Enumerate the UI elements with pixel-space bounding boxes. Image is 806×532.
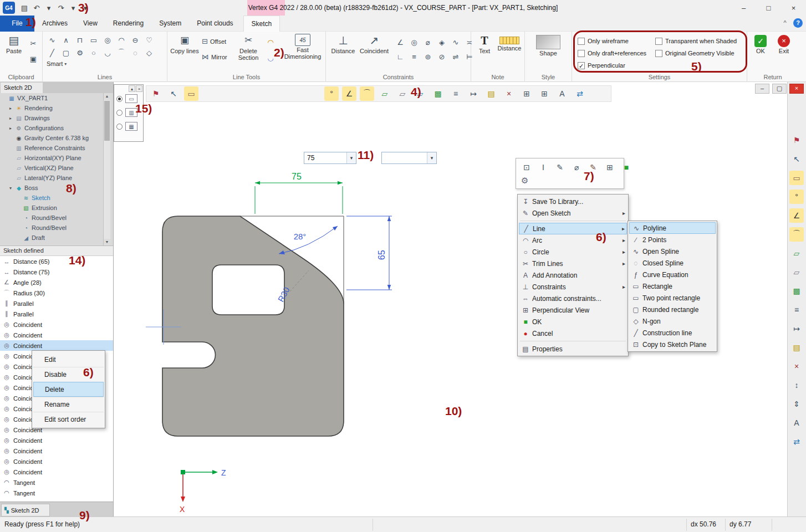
tangent-arc-icon[interactable]: ⌒ (115, 47, 128, 59)
ellipse-icon[interactable]: ⊖ (129, 34, 142, 46)
menu-item-closed-spline[interactable]: ◌Closed Spline (629, 257, 716, 269)
text-button[interactable]: T Text (475, 34, 494, 54)
menu-item-circle[interactable]: ○Circle▸ (519, 246, 627, 258)
tree-item-horizontal-xy-plane[interactable]: ▱Horizontal(XY) Plane (0, 153, 103, 163)
constraint-radius-30[interactable]: ⌒Radius (30) (0, 288, 113, 298)
menu-item-add-annotation[interactable]: AAdd Annotation (519, 269, 627, 281)
dimension-icon[interactable]: ↕ (789, 378, 804, 392)
delete-section-button[interactable]: ✂ Delete Section (235, 34, 262, 61)
setting-only-wireframe[interactable]: Only wireframe (578, 35, 646, 47)
scroll-down-button[interactable]: ▼ (104, 239, 110, 245)
constraint-distance-65[interactable]: ↔Distance (65) (0, 256, 113, 267)
menu-item-open-sketch[interactable]: ✎Open Sketch▸ (519, 207, 627, 219)
reposition-icon[interactable]: ↖ (789, 152, 804, 166)
note-distance-button[interactable]: Distance (496, 34, 523, 52)
angle-snap-icon[interactable]: ∠ (789, 208, 804, 223)
state-icon[interactable]: ■ (619, 160, 634, 175)
solid-view-icon[interactable]: ▩ (431, 86, 445, 101)
point-snap-icon[interactable]: ° (324, 86, 339, 101)
tree-item-gravity-center-6-738-kg[interactable]: ◉Gravity Center 6.738 kg (0, 133, 103, 143)
center-circle-icon[interactable]: ◎ (101, 34, 114, 46)
tab-system[interactable]: System (151, 16, 189, 32)
dimension-tolerance-combobox[interactable]: ▾ (381, 152, 437, 164)
library-icon[interactable]: ▤ (789, 340, 804, 355)
rectangle-icon[interactable]: ▭ (87, 34, 100, 46)
arc-tool-icon[interactable]: ◠ (264, 36, 277, 48)
minimize-button[interactable]: – (731, 0, 756, 16)
combobox-dropdown-icon[interactable]: ▾ (427, 152, 436, 163)
menu-item-disable[interactable]: Disable (33, 367, 104, 382)
panel-close-button[interactable]: × (136, 85, 142, 92)
smart-line-icon[interactable]: ∿ (45, 34, 59, 46)
menu-item-delete[interactable]: Delete (33, 382, 104, 397)
fast-dimensioning-button[interactable]: 45 Fast Dimensioning (282, 34, 324, 60)
tree-item-lateral-yz-plane[interactable]: ▱Lateral(YZ) Plane (0, 173, 103, 183)
tree-item-rendering[interactable]: ▸☀Rendering (0, 103, 103, 113)
pin-icon[interactable]: ⚑ (149, 86, 163, 101)
view-option-hidden-lines[interactable]: ▥ (116, 108, 137, 117)
tree-item-reference-constraints[interactable]: ▥Reference Constraints (0, 143, 103, 153)
perpendicular-icon[interactable]: ∟ (394, 50, 407, 63)
constraint-distance-75[interactable]: ↔Distance (75) (0, 267, 113, 277)
settings-gear-icon[interactable]: ⚙ (521, 176, 528, 186)
constraint-tangent[interactable]: ◠Tangent (0, 477, 113, 488)
list-icon[interactable]: ≡ (789, 303, 804, 317)
checkbox-transparent-when-shaded[interactable] (655, 38, 662, 45)
add-view-icon[interactable]: ⊞ (537, 86, 552, 101)
maximize-button[interactable]: □ (756, 0, 781, 16)
tree-item-configurations[interactable]: ▸⚙Configurations (0, 123, 103, 133)
menu-item-rounded-rectangle[interactable]: ▢Rounded rectangle (629, 304, 716, 315)
copy-lines-button[interactable]: ▣ Copy lines (170, 34, 200, 54)
constraint-coincident[interactable]: ◎Coincident (0, 456, 113, 467)
radio-button[interactable] (116, 96, 123, 102)
setting-perpendicular[interactable]: ✓Perpendicular (578, 59, 646, 71)
swap-icon[interactable]: ⇄ (573, 86, 587, 101)
tab-rendering[interactable]: Rendering (105, 16, 151, 32)
point-snap-icon[interactable]: ° (789, 190, 804, 204)
concentric-icon[interactable]: ◎ (407, 36, 421, 48)
offset-button[interactable]: ⊟ Offset (202, 37, 226, 45)
diameter-icon[interactable]: ⌀ (421, 36, 435, 48)
sketch-canvas[interactable]: 75 65 28° R30 (114, 82, 787, 516)
menu-item-constraints[interactable]: ⊥Constraints▸ (519, 281, 627, 293)
solid-view-icon[interactable]: ▩ (789, 284, 804, 298)
polyline-icon[interactable]: ∧ (59, 34, 73, 46)
menu-item-ok[interactable]: ■OK (519, 316, 627, 328)
measure-icon[interactable]: ▭ (789, 171, 804, 185)
ribbon-collapse-button[interactable]: ^ (781, 18, 789, 28)
checkbox-perpendicular[interactable]: ✓ (578, 62, 585, 69)
redo-button[interactable]: ↷ (55, 1, 67, 14)
save-button[interactable]: ▤ (19, 1, 30, 14)
gear-profile-icon[interactable]: ⚙ (73, 47, 86, 59)
menu-item-automatic-constraints[interactable]: ⇔Automatic constraints... (519, 293, 627, 304)
scrollbar-thumb[interactable] (104, 101, 110, 141)
arc-icon[interactable]: ◠ (115, 34, 128, 46)
closed-spline-icon[interactable]: ◌ (129, 47, 142, 59)
ok-button[interactable]: ✓ OK (751, 35, 771, 54)
dimension-value-combobox[interactable]: 75 ▾ (304, 152, 356, 164)
dimension-width-label[interactable]: 75 (292, 172, 302, 181)
plane-gray-icon[interactable]: ▱ (789, 265, 804, 279)
menu-item-curve-equation[interactable]: ƒCurve Equation (629, 269, 716, 280)
tree-item-vx-part1[interactable]: ▦VX_PART1 (0, 93, 103, 103)
checkbox-only-draft-references[interactable] (578, 50, 585, 57)
coincident-constraint-button[interactable]: ↗ Coincident (358, 34, 390, 54)
cut-icon[interactable]: ✂ (27, 37, 40, 49)
tab-view[interactable]: View (75, 16, 105, 32)
pin-icon[interactable]: ⚑ (789, 133, 804, 147)
app-logo[interactable]: G4 (3, 2, 15, 14)
paste-button[interactable]: ▤ Paste (3, 34, 25, 54)
tab-sketch-2d[interactable]: ▚ Sketch 2D (1, 504, 50, 516)
export-icon[interactable]: ↦ (789, 321, 804, 336)
toolbar-options-dropdown[interactable]: ▾ (80, 1, 91, 14)
part-body[interactable] (162, 216, 344, 436)
constraint-coincident[interactable]: ◎Coincident (0, 446, 113, 456)
menu-item-arc[interactable]: ◠Arc▸ (519, 234, 627, 246)
setting-transparent-when-shaded[interactable]: Transparent when Shaded (655, 35, 737, 47)
lock-rotation-icon[interactable]: ⊘ (435, 50, 448, 63)
tree-item-draft[interactable]: ◢Draft (0, 233, 103, 243)
scroll-up-button[interactable]: ▲ (104, 93, 110, 100)
dimension-height-label[interactable]: 65 (377, 250, 386, 260)
document-close-button[interactable]: × (789, 84, 804, 94)
select-frame-icon[interactable]: ⊡ (519, 160, 534, 175)
